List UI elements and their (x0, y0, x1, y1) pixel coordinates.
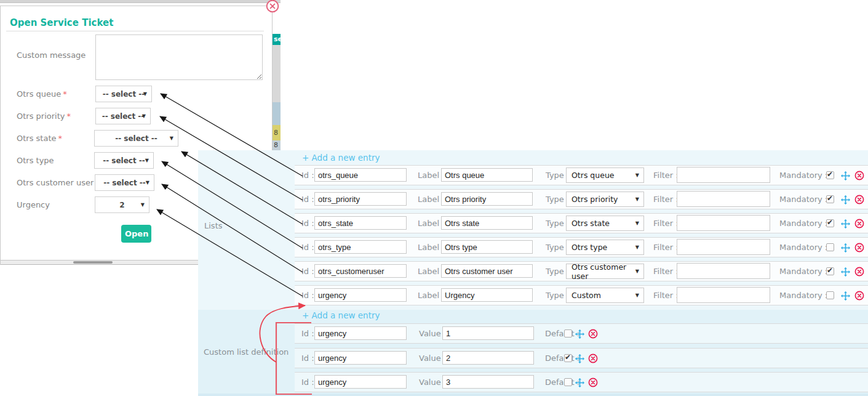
delete-icon[interactable] (854, 219, 865, 229)
default-checkbox[interactable] (564, 354, 572, 362)
filter-label: Filter : (653, 262, 679, 281)
list-row: Id : Label : Type : Otrs priority▼ Filte… (295, 189, 868, 209)
filter-label: Filter : (653, 214, 679, 233)
label-input[interactable] (441, 288, 533, 302)
mandatory-checkbox[interactable] (826, 171, 834, 179)
modal-title: Open Service Ticket (10, 17, 113, 28)
move-icon[interactable] (575, 354, 585, 364)
id-input[interactable] (314, 240, 407, 254)
move-icon[interactable] (840, 291, 851, 301)
list-row: Id : Label : Type : Otrs state▼ Filter :… (295, 213, 868, 233)
move-icon[interactable] (840, 243, 851, 253)
delete-icon[interactable] (854, 195, 865, 205)
otrs-type-select[interactable]: -- select --▼ (94, 152, 154, 169)
move-icon[interactable] (575, 329, 585, 339)
label-input[interactable] (441, 168, 533, 182)
chevron-down-icon: ▼ (635, 269, 639, 274)
filter-input[interactable] (677, 263, 770, 279)
delete-icon[interactable] (588, 329, 599, 339)
mandatory-checkbox[interactable] (826, 219, 834, 227)
chevron-down-icon: ▼ (146, 180, 149, 185)
id-input[interactable] (314, 375, 407, 389)
open-button[interactable]: Open (121, 225, 151, 243)
id-input[interactable] (314, 326, 407, 340)
value-input[interactable] (442, 375, 534, 389)
id-input[interactable] (314, 168, 407, 182)
value-input[interactable] (442, 326, 534, 340)
otrs-state-select[interactable]: -- select --▼ (94, 130, 178, 147)
move-icon[interactable] (840, 195, 851, 205)
add-entry-link[interactable]: + Add a new entry (302, 153, 380, 163)
id-input[interactable] (314, 351, 407, 365)
otrs-queue-label: Otrs queue* (17, 89, 67, 99)
delete-icon[interactable] (588, 378, 599, 388)
chevron-down-icon: ▼ (635, 172, 639, 178)
divider (6, 31, 264, 31)
id-label: Id : (301, 190, 314, 209)
horizontal-scrollbar[interactable] (1, 260, 201, 265)
move-icon[interactable] (840, 171, 851, 181)
urgency-select[interactable]: 2▼ (95, 196, 149, 213)
filter-label: Filter : (653, 286, 679, 305)
id-input[interactable] (314, 192, 407, 206)
background-window-topbar (0, 0, 281, 3)
otrs-priority-select[interactable]: -- select --▼ (95, 108, 151, 124)
background-table-cell: 8 (273, 140, 281, 150)
type-select[interactable]: Custom▼ (566, 288, 644, 303)
filter-input[interactable] (677, 191, 770, 207)
delete-icon[interactable] (854, 291, 865, 301)
type-select[interactable]: Otrs customer user▼ (566, 264, 644, 279)
mandatory-checkbox[interactable] (826, 195, 834, 203)
add-entry-link[interactable]: + Add a new entry (302, 310, 380, 320)
label-input[interactable] (441, 216, 533, 230)
label-input[interactable] (441, 192, 533, 206)
scrollbar-thumb[interactable] (73, 261, 113, 264)
otrs-customer-user-label: Otrs customer user* (17, 178, 100, 187)
move-icon[interactable] (840, 267, 851, 277)
delete-icon[interactable] (854, 267, 865, 277)
value-input[interactable] (442, 351, 534, 365)
id-label: Id : (301, 166, 314, 185)
background-table-cell: 8 (273, 125, 281, 140)
mandatory-checkbox[interactable] (826, 267, 834, 275)
mandatory-checkbox[interactable] (826, 243, 834, 251)
id-input[interactable] (314, 216, 407, 230)
id-input[interactable] (314, 288, 407, 302)
type-select[interactable]: Otrs priority▼ (566, 192, 644, 207)
delete-icon[interactable] (588, 354, 599, 364)
mandatory-checkbox[interactable] (826, 291, 834, 299)
chevron-down-icon: ▼ (635, 196, 639, 202)
close-icon[interactable] (266, 0, 279, 13)
otrs-queue-select[interactable]: -- select --▼ (95, 86, 152, 102)
type-select[interactable]: Otrs state▼ (566, 216, 644, 231)
chevron-down-icon: ▼ (635, 220, 639, 226)
type-select[interactable]: Otrs queue▼ (566, 168, 644, 183)
background-table-header-cell: se (273, 34, 281, 45)
type-select[interactable]: Otrs type▼ (566, 240, 644, 255)
move-icon[interactable] (575, 378, 585, 388)
otrs-customer-user-select[interactable]: -- select --▼ (95, 174, 154, 191)
label-input[interactable] (441, 240, 533, 254)
id-input[interactable] (314, 264, 407, 278)
custom-message-textarea[interactable] (95, 34, 263, 80)
filter-input[interactable] (677, 167, 770, 183)
filter-input[interactable] (677, 287, 770, 303)
custom-list-row: Id : Value : Default : (295, 323, 868, 344)
filter-label: Filter : (653, 190, 679, 209)
id-label: Id : (301, 286, 314, 305)
move-icon[interactable] (840, 219, 851, 229)
label-input[interactable] (441, 264, 533, 278)
mandatory-label: Mandatory : (779, 286, 827, 305)
id-label: Id : (301, 238, 314, 257)
default-checkbox[interactable] (564, 329, 572, 337)
id-label: Id : (301, 349, 314, 368)
mandatory-label: Mandatory : (779, 190, 827, 209)
custom-message-label: Custom message (17, 51, 86, 60)
filter-input[interactable] (677, 215, 770, 231)
delete-icon[interactable] (854, 171, 865, 181)
default-checkbox[interactable] (564, 378, 572, 386)
filter-input[interactable] (677, 239, 770, 255)
delete-icon[interactable] (854, 243, 865, 253)
background-table-cell (273, 102, 281, 125)
filter-label: Filter : (653, 238, 679, 257)
